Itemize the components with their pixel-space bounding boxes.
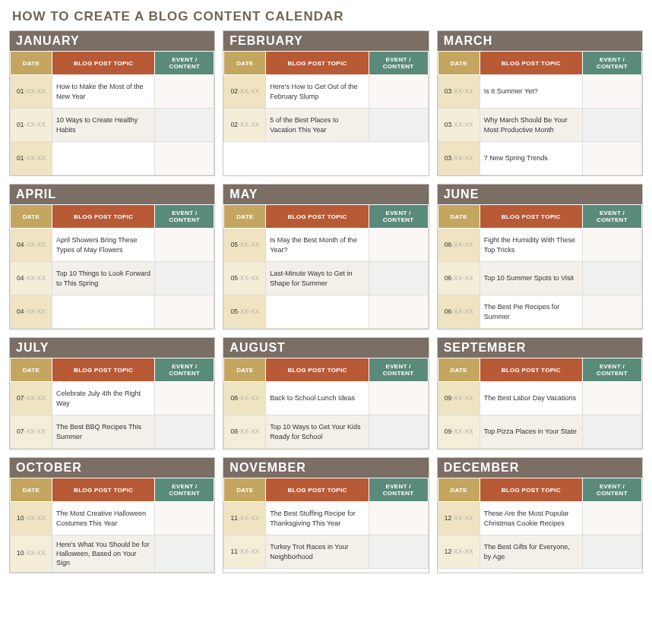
month-table: DATEBLOG POST TOPICEVENT / CONTENT11-XX-… — [223, 478, 428, 569]
page-title: HOW TO CREATE A BLOG CONTENT CALENDAR — [12, 9, 643, 24]
date-cell: 02-XX-XX — [224, 75, 266, 109]
month-table: DATEBLOG POST TOPICEVENT / CONTENT12-XX-… — [438, 478, 642, 569]
column-header-topic: BLOG POST TOPIC — [266, 358, 369, 382]
column-header-date: DATE — [438, 205, 480, 229]
table-row: 04-XX-XXTop 10 Things to Look Forward to… — [11, 262, 214, 295]
date-cell: 04-XX-XX — [11, 295, 52, 329]
month-card: MAYDATEBLOG POST TOPICEVENT / CONTENT05-… — [223, 184, 429, 330]
table-row: 08-XX-XXTop 10 Ways to Get Your Kids Rea… — [224, 415, 428, 449]
date-cell: 12-XX-XX — [438, 502, 480, 535]
date-cell: 07-XX-XX — [11, 382, 52, 415]
table-row: 03-XX-XX7 New Spring Trends — [438, 142, 641, 175]
month-table: DATEBLOG POST TOPICEVENT / CONTENT09-XX-… — [438, 358, 642, 449]
event-cell — [583, 109, 642, 142]
date-cell: 01-XX-XX — [11, 75, 52, 109]
date-cell: 05-XX-XX — [224, 295, 266, 329]
column-header-topic: BLOG POST TOPIC — [480, 52, 582, 75]
table-row: 01-XX-XX — [11, 142, 214, 175]
column-header-date: DATE — [11, 205, 52, 229]
topic-cell: Here's What You Should be for Halloween,… — [52, 535, 155, 573]
column-header-date: DATE — [224, 205, 266, 229]
month-card: NOVEMBERDATEBLOG POST TOPICEVENT / CONTE… — [223, 457, 429, 573]
column-header-date: DATE — [438, 478, 480, 502]
table-row: 12-XX-XXThe Best Gifts for Everyone, by … — [438, 535, 641, 569]
table-row: 12-XX-XXThese Are the Most Popular Chris… — [438, 502, 641, 535]
month-card: JULYDATEBLOG POST TOPICEVENT / CONTENT07… — [9, 337, 215, 450]
month-name: DECEMBER — [438, 458, 642, 478]
table-row: 05-XX-XXIs May the Best Month of the Yea… — [224, 229, 428, 262]
date-cell: 02-XX-XX — [224, 109, 266, 142]
column-header-event: EVENT / CONTENT — [369, 205, 428, 229]
table-row: 02-XX-XX5 of the Best Places to Vacation… — [224, 109, 428, 142]
month-card: OCTOBERDATEBLOG POST TOPICEVENT / CONTEN… — [9, 457, 215, 573]
month-card: FEBRUARYDATEBLOG POST TOPICEVENT / CONTE… — [223, 30, 429, 176]
date-cell: 09-XX-XX — [438, 415, 480, 449]
topic-cell: These Are the Most Popular Christmas Coo… — [480, 502, 582, 535]
table-row: 05-XX-XX — [224, 295, 428, 329]
event-cell — [583, 382, 642, 415]
month-card: AUGUSTDATEBLOG POST TOPICEVENT / CONTENT… — [223, 337, 429, 450]
event-cell — [369, 109, 428, 142]
month-table: DATEBLOG POST TOPICEVENT / CONTENT02-XX-… — [223, 51, 428, 142]
date-cell: 06-XX-XX — [438, 229, 480, 262]
date-cell: 07-XX-XX — [11, 415, 52, 449]
column-header-date: DATE — [224, 478, 266, 502]
date-cell: 06-XX-XX — [438, 295, 480, 329]
date-cell: 09-XX-XX — [438, 382, 480, 415]
topic-cell: Top 10 Summer Spots to Visit — [480, 262, 582, 295]
month-card: JUNEDATEBLOG POST TOPICEVENT / CONTENT06… — [437, 184, 643, 330]
event-cell — [155, 415, 214, 449]
column-header-topic: BLOG POST TOPIC — [52, 52, 155, 75]
topic-cell: The Best Pie Recipes for Summer — [480, 295, 582, 329]
column-header-date: DATE — [224, 52, 266, 75]
table-row: 10-XX-XXThe Most Creative Halloween Cost… — [11, 502, 214, 535]
date-cell: 05-XX-XX — [224, 229, 266, 262]
event-cell — [583, 75, 642, 109]
topic-cell: Is May the Best Month of the Year? — [266, 229, 369, 262]
month-card: MARCHDATEBLOG POST TOPICEVENT / CONTENT0… — [437, 30, 643, 176]
month-table: DATEBLOG POST TOPICEVENT / CONTENT08-XX-… — [223, 358, 428, 449]
table-row: 04-XX-XXApril Showers Bring These Types … — [11, 229, 214, 262]
month-name: MARCH — [438, 31, 642, 51]
topic-cell: How to Make the Most of the New Year — [52, 75, 155, 109]
table-row: 11-XX-XXThe Best Stuffing Recipe for Tha… — [224, 502, 428, 535]
topic-cell: Fight the Humidity With These Top Tricks — [480, 229, 582, 262]
topic-cell — [52, 142, 155, 175]
column-header-event: EVENT / CONTENT — [369, 358, 428, 382]
table-row: 09-XX-XXTop Pizza Places in Your State — [438, 415, 641, 449]
column-header-event: EVENT / CONTENT — [369, 52, 428, 75]
month-table: DATEBLOG POST TOPICEVENT / CONTENT07-XX-… — [10, 358, 214, 449]
event-cell — [369, 262, 428, 295]
column-header-date: DATE — [438, 52, 480, 75]
date-cell: 01-XX-XX — [11, 142, 52, 175]
column-header-event: EVENT / CONTENT — [583, 478, 642, 502]
table-row: 03-XX-XXWhy March Should Be Your Most Pr… — [438, 109, 641, 142]
event-cell — [583, 142, 642, 175]
column-header-event: EVENT / CONTENT — [583, 205, 642, 229]
date-cell: 03-XX-XX — [438, 109, 480, 142]
topic-cell: The Best BBQ Recipes This Summer — [52, 415, 155, 449]
table-row: 11-XX-XXTurkey Trot Races in Your Neighb… — [224, 535, 428, 569]
column-header-event: EVENT / CONTENT — [155, 358, 214, 382]
event-cell — [155, 382, 214, 415]
column-header-topic: BLOG POST TOPIC — [480, 478, 582, 502]
column-header-date: DATE — [224, 358, 266, 382]
table-row: 01-XX-XX10 Ways to Create Healthy Habits — [11, 109, 214, 142]
column-header-event: EVENT / CONTENT — [155, 52, 214, 75]
table-row: 01-XX-XXHow to Make the Most of the New … — [11, 75, 214, 109]
month-card: SEPTEMBERDATEBLOG POST TOPICEVENT / CONT… — [437, 337, 643, 450]
topic-cell: The Best Labor Day Vacations — [480, 382, 582, 415]
topic-cell: Turkey Trot Races in Your Neighborhood — [266, 535, 369, 569]
event-cell — [155, 295, 214, 329]
date-cell: 05-XX-XX — [224, 262, 266, 295]
date-cell: 10-XX-XX — [11, 502, 52, 535]
month-name: FEBRUARY — [223, 31, 428, 51]
column-header-date: DATE — [11, 358, 52, 382]
event-cell — [583, 535, 642, 569]
event-cell — [155, 142, 214, 175]
month-card: APRILDATEBLOG POST TOPICEVENT / CONTENT0… — [9, 184, 215, 330]
month-name: APRIL — [10, 185, 214, 204]
month-name: JANUARY — [10, 31, 214, 51]
topic-cell: Is It Summer Yet? — [480, 75, 582, 109]
column-header-event: EVENT / CONTENT — [369, 478, 428, 502]
